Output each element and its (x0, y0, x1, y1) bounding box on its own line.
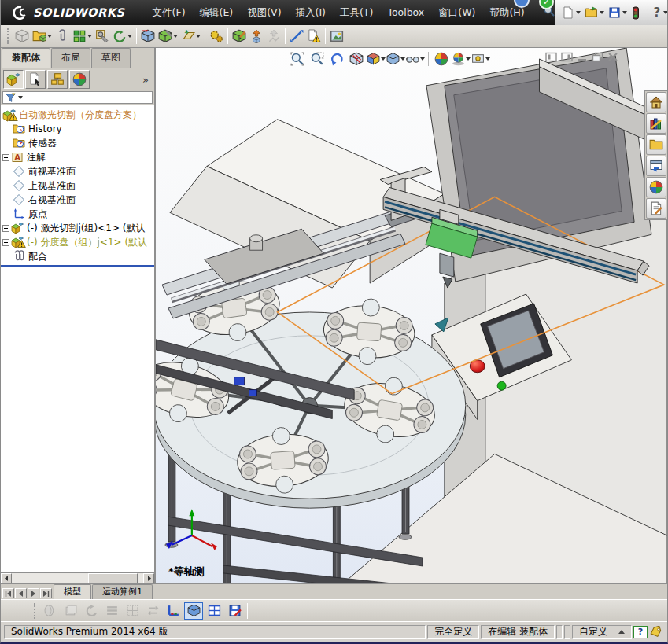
shaded-with-edges-icon[interactable] (184, 602, 203, 620)
edit-appearance-icon[interactable] (432, 50, 451, 68)
chevron-down-icon[interactable] (663, 11, 667, 14)
menu-view[interactable]: 视图(V) (240, 1, 288, 25)
clamp-blue[interactable] (234, 377, 245, 385)
scroll-thumb[interactable] (88, 573, 138, 583)
linear-component-pattern-icon[interactable] (72, 28, 93, 45)
apply-scene-icon[interactable] (452, 50, 471, 68)
chevron-down-icon[interactable] (196, 35, 201, 38)
snapshot-icon[interactable] (329, 28, 345, 45)
toolbar-grip[interactable] (34, 603, 37, 619)
menu-file[interactable]: 文件(F) (146, 1, 193, 25)
chevron-down-icon[interactable] (87, 35, 92, 38)
design-library-icon[interactable] (646, 113, 666, 134)
menu-toolbox[interactable]: Toolbox (380, 1, 431, 25)
tree-item-label[interactable]: 上视基准面 (28, 179, 76, 193)
measure-icon[interactable] (289, 28, 304, 45)
tree-item-annotations[interactable]: A 注解 (1, 150, 154, 164)
first-tab-icon[interactable] (2, 588, 14, 598)
move-component-icon[interactable] (140, 28, 156, 45)
tree-item-mates[interactable]: 配合 (1, 249, 154, 263)
panel-h-scrollbar[interactable] (1, 572, 154, 583)
open-part-icon[interactable] (31, 28, 53, 45)
tree-item-label[interactable]: 配合 (28, 250, 47, 263)
tree-item-label[interactable]: 前视基准面 (28, 165, 76, 178)
tags-icon[interactable] (649, 626, 664, 638)
save-table-icon[interactable] (225, 602, 244, 620)
laser-head[interactable] (440, 253, 454, 277)
chevron-down-icon[interactable] (622, 11, 627, 14)
solidworks-resources-icon[interactable] (646, 92, 666, 112)
tree-item-laser-cutter[interactable]: (-) 激光切割j(组)<1> (默认 (1, 221, 154, 235)
tab-assembly[interactable]: 装配体 (2, 48, 50, 68)
menu-tools[interactable]: 工具(T) (333, 1, 380, 25)
scroll-track[interactable] (12, 573, 143, 583)
displaymanager-tab[interactable] (69, 70, 90, 89)
split-horizontal-icon[interactable] (205, 602, 223, 620)
configurationmanager-tab[interactable] (47, 70, 68, 89)
help-button[interactable]: ? (651, 4, 667, 21)
mate-icon[interactable] (54, 28, 70, 45)
featuremanager-tree-tab[interactable] (3, 70, 24, 89)
split-right-icon[interactable] (561, 50, 573, 65)
zoom-to-area-icon[interactable] (308, 50, 327, 68)
custom-toolbar-dropdown[interactable]: 自定义 (572, 625, 632, 639)
previous-view-icon[interactable] (327, 50, 346, 68)
display-style-icon[interactable] (386, 50, 405, 68)
chevron-down-icon[interactable] (18, 96, 23, 99)
explode-line-sketch-icon[interactable] (266, 28, 282, 45)
tree-item-history[interactable]: History (1, 122, 154, 136)
tree-item-label[interactable]: 传感器 (28, 137, 57, 150)
scroll-right-icon[interactable] (143, 573, 154, 583)
split-left-icon[interactable] (545, 50, 557, 65)
start-button[interactable] (497, 381, 506, 390)
scroll-left-icon[interactable] (1, 573, 12, 583)
hide-show-items-icon[interactable] (406, 50, 425, 68)
menu-edit[interactable]: 编辑(E) (193, 1, 241, 25)
mass-properties-icon[interactable] (123, 602, 142, 620)
edit-component-icon[interactable] (231, 28, 247, 45)
view-settings-icon[interactable] (471, 50, 490, 68)
tree-item-index-plate[interactable]: (-) 分度盘（组）j<1> (默认 (1, 235, 154, 249)
doc-minimize-icon[interactable] (577, 50, 588, 65)
tree-item-label[interactable]: (-) 激光切割j(组)<1> (默认 (27, 222, 145, 235)
rotate-component-icon[interactable] (112, 28, 133, 45)
interference-detection-icon[interactable] (306, 28, 322, 45)
tree-item-root[interactable]: 自动激光切割（分度盘方案） (1, 108, 154, 122)
tree-item-label[interactable]: (-) 分度盘（组）j<1> (默认 (27, 236, 147, 249)
exploded-view-icon[interactable] (249, 28, 264, 45)
save-button[interactable] (607, 5, 629, 20)
tree-item-label[interactable]: 自动激光切割（分度盘方案） (19, 109, 142, 122)
clamp-blue[interactable] (249, 390, 257, 396)
tab-motion-study-1[interactable]: 运动算例1 (92, 584, 153, 599)
doc-restore-icon[interactable] (592, 50, 603, 65)
next-tab-icon[interactable] (28, 588, 39, 598)
expand-icon[interactable] (2, 154, 11, 161)
menu-insert[interactable]: 插入(I) (289, 1, 333, 25)
chevron-down-icon[interactable] (127, 35, 132, 38)
chevron-down-icon[interactable] (173, 35, 178, 38)
tree-item-right-plane[interactable]: 右视基准面 (1, 193, 154, 207)
prev-tab-icon[interactable] (15, 588, 27, 598)
tree-filter-input[interactable] (2, 91, 153, 104)
3d-model-scene[interactable] (156, 48, 667, 583)
quick-tips-icon[interactable]: ? (633, 626, 648, 638)
tree-item-label[interactable]: History (28, 123, 62, 134)
rollback-bar[interactable] (1, 265, 154, 267)
chevron-down-icon[interactable] (381, 57, 386, 61)
last-tab-icon[interactable] (40, 588, 52, 598)
tab-model[interactable]: 模型 (54, 584, 91, 599)
assembly-xpert-icon[interactable] (209, 28, 224, 45)
assembly-features-icon[interactable] (157, 28, 179, 45)
chevron-down-icon[interactable] (485, 57, 490, 61)
view-orientation-icon[interactable] (367, 50, 386, 68)
section-properties-icon[interactable] (102, 602, 121, 620)
smart-fasteners-icon[interactable] (94, 28, 110, 45)
chevron-down-icon[interactable] (600, 11, 604, 14)
tree-item-label[interactable]: 注解 (27, 151, 46, 164)
curvature-icon[interactable] (82, 602, 101, 620)
reload-icon[interactable] (143, 602, 162, 620)
chevron-down-icon[interactable] (420, 57, 425, 61)
section-view-icon[interactable] (347, 50, 366, 68)
chevron-down-icon[interactable] (466, 57, 471, 61)
doc-close-icon[interactable] (607, 50, 618, 65)
